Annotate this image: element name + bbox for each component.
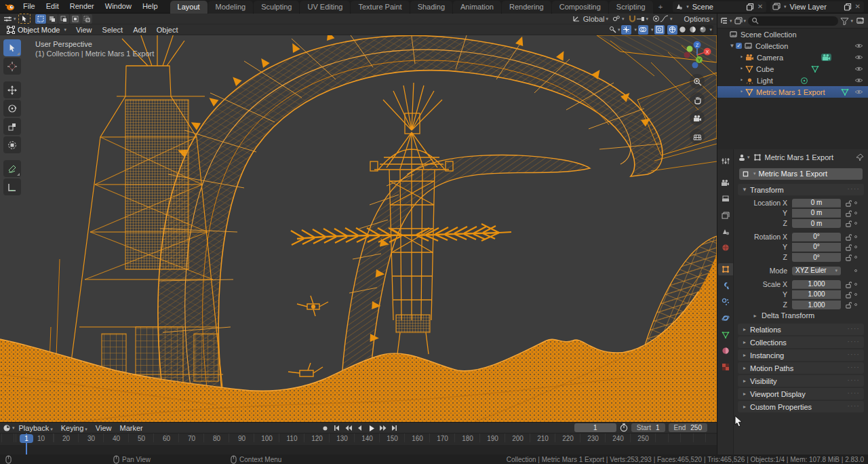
delta-transform-subpanel[interactable]: ▸Delta Transform: [734, 310, 865, 321]
timeline-menu-keying[interactable]: Keying▾: [57, 424, 92, 432]
panel-instancing[interactable]: ▸Instancing: [738, 349, 864, 361]
tool-rotate[interactable]: [3, 100, 21, 117]
view-layer-selector[interactable]: ▾ View Layer ✕: [770, 1, 864, 12]
axis-gizmo[interactable]: Z X Y: [682, 39, 713, 71]
tab-texture-paint[interactable]: Texture Paint: [351, 1, 409, 14]
lock-icon[interactable]: [844, 233, 852, 241]
next-keyframe-button[interactable]: [378, 423, 388, 433]
view-layer-name[interactable]: View Layer: [789, 3, 842, 11]
pin-icon[interactable]: [856, 153, 864, 161]
animate-dot[interactable]: [854, 222, 857, 225]
tab-texture[interactable]: [718, 361, 733, 373]
animate-dot[interactable]: [854, 303, 857, 306]
tab-render[interactable]: [718, 176, 733, 189]
tab-animation[interactable]: Animation: [453, 1, 501, 14]
tab-compositing[interactable]: Compositing: [552, 1, 608, 14]
tab-output[interactable]: [718, 193, 733, 205]
scene-selector[interactable]: ▾ Scene ✕: [673, 1, 766, 12]
panel-visibility[interactable]: ▸Visibility: [738, 375, 864, 387]
tool-transform[interactable]: [3, 136, 21, 153]
viewport-menu-object[interactable]: Object: [153, 26, 182, 34]
proportional-editing-toggle[interactable]: ▾: [652, 14, 673, 24]
animate-dot[interactable]: [854, 212, 857, 214]
stopwatch-icon[interactable]: [620, 423, 628, 432]
zoom-button[interactable]: [690, 74, 705, 89]
unlink-scene-icon[interactable]: ✕: [756, 3, 764, 10]
tab-particles[interactable]: [718, 296, 733, 308]
tool-measure[interactable]: [3, 178, 21, 195]
scene-name[interactable]: Scene: [691, 3, 744, 11]
tab-rendering[interactable]: Rendering: [502, 1, 551, 14]
tab-world[interactable]: [718, 241, 733, 254]
tool-scale[interactable]: [3, 118, 21, 135]
prev-keyframe-button[interactable]: [343, 423, 353, 433]
frame-start-field[interactable]: Start1: [631, 423, 665, 432]
outliner-row-collection[interactable]: ▼ ✓ Collection: [717, 40, 868, 52]
tab-modeling[interactable]: Modeling: [208, 1, 254, 14]
menu-window[interactable]: Window: [100, 0, 137, 13]
scale-z-field[interactable]: 1.000: [792, 301, 841, 309]
panel-collections[interactable]: ▸Collections: [738, 336, 864, 348]
scale-y-field[interactable]: 1.000: [792, 290, 841, 299]
current-frame-field[interactable]: 1: [574, 423, 616, 432]
tab-object-data[interactable]: [718, 328, 733, 341]
rotation-mode-dropdown[interactable]: XYZ Euler▾: [792, 267, 841, 275]
tool-annotate[interactable]: [3, 160, 21, 177]
panel-custom-properties[interactable]: ▸Custom Properties: [738, 401, 864, 412]
timeline-track[interactable]: [0, 445, 717, 455]
toggle-ortho-button[interactable]: [690, 129, 705, 144]
collection-checkbox[interactable]: ✓: [736, 43, 742, 49]
hide-eye-icon[interactable]: [854, 54, 863, 60]
tab-physics[interactable]: [718, 312, 733, 324]
pivot-point-dropdown[interactable]: ▾: [612, 14, 625, 24]
play-button[interactable]: [366, 423, 376, 433]
select-subtract-mode-button[interactable]: [58, 14, 69, 24]
rotation-x-field[interactable]: 0°: [792, 233, 841, 241]
jump-to-start-button[interactable]: [332, 423, 342, 433]
new-collection-button[interactable]: [855, 16, 865, 26]
shading-solid-button[interactable]: [677, 25, 688, 35]
shading-dropdown[interactable]: ▾: [709, 27, 712, 33]
current-frame-badge[interactable]: 1: [20, 434, 33, 443]
hide-eye-icon[interactable]: [854, 77, 863, 83]
snap-toggle[interactable]: ▾: [629, 14, 649, 24]
select-extend-mode-button[interactable]: [47, 14, 58, 24]
animate-dot[interactable]: [854, 293, 857, 296]
tool-move[interactable]: [3, 81, 21, 98]
toggle-xray-button[interactable]: [654, 25, 665, 35]
show-overlays-toggle[interactable]: [638, 25, 648, 35]
timeline-menu-marker[interactable]: Marker: [115, 424, 146, 432]
lock-icon[interactable]: [844, 301, 852, 309]
gizmo-dropdown[interactable]: ▾: [634, 27, 637, 33]
timeline-ruler-area[interactable]: 1020304050607080901001101201301401501601…: [0, 433, 717, 455]
outliner-editor-type-button[interactable]: ▾: [720, 16, 732, 26]
animate-dot[interactable]: [854, 269, 857, 272]
timeline-menu-playback[interactable]: Playback▾: [15, 424, 57, 432]
pan-button[interactable]: [690, 92, 705, 107]
menu-file[interactable]: File: [18, 0, 41, 13]
prev-frame-button[interactable]: [355, 423, 365, 433]
object-name-field[interactable]: ▾ Metric Mars 1 Export: [739, 168, 863, 180]
options-dropdown[interactable]: Options ▾: [684, 14, 713, 24]
menu-help[interactable]: Help: [137, 0, 163, 13]
expand-icon[interactable]: ▼: [728, 43, 736, 49]
copy-icon[interactable]: [746, 3, 754, 11]
panel-relations[interactable]: ▸Relations: [738, 324, 864, 335]
tab-modifiers[interactable]: [718, 279, 733, 292]
outliner-row-camera[interactable]: ‣ Camera: [717, 52, 868, 63]
select-invert-mode-button[interactable]: [70, 14, 81, 24]
outliner-display-mode-button[interactable]: ▾: [734, 16, 747, 26]
properties-editor-type-button[interactable]: ▾: [738, 153, 750, 162]
animate-dot[interactable]: [854, 235, 857, 238]
tab-view-layer[interactable]: [718, 209, 733, 221]
viewport-menu-select[interactable]: Select: [98, 26, 127, 34]
object-mode-dropdown[interactable]: Object Mode ▾: [3, 26, 70, 34]
lock-icon[interactable]: [844, 220, 852, 227]
hide-eye-icon[interactable]: [854, 43, 863, 49]
animate-dot[interactable]: [854, 283, 857, 286]
remove-view-layer-icon[interactable]: ✕: [854, 3, 862, 10]
viewport-canvas[interactable]: User Perspective (1) Collection | Metric…: [0, 35, 717, 422]
frame-end-field[interactable]: End250: [669, 423, 707, 432]
menu-render[interactable]: Render: [64, 0, 100, 13]
show-gizmo-toggle[interactable]: [621, 25, 631, 35]
